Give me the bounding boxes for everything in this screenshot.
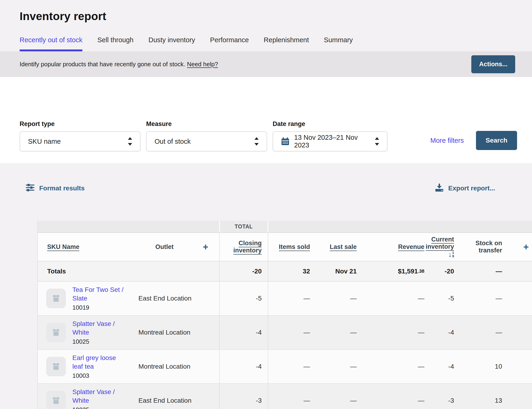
export-report-button[interactable]: Export report... [435,184,495,193]
product-cell: Earl grey loose leaf tea10003 [38,350,137,383]
table-group-header-row: TOTAL [38,221,532,233]
totals-closing-inventory: -20 [219,261,268,281]
totals-spacer [504,261,532,281]
report-tabs: Recently out of stock Sell through Dusty… [19,36,513,51]
product-thumbnail [46,357,66,376]
date-range-value: 13 Nov 2023–21 Nov 2023 [294,134,366,149]
product-link[interactable]: Splatter Vase / White [72,320,115,336]
table-row: Splatter Vase / White10025 East End Loca… [38,384,532,409]
report-type-select[interactable]: SKU name [19,131,141,151]
actions-button[interactable]: Actions... [471,55,515,73]
format-results-button[interactable]: Format results [26,184,85,193]
column-header-outlet: Outlet [137,233,192,261]
last-sale-cell: — [311,350,358,383]
column-header-sku-name[interactable]: SKU Name [38,233,137,261]
measure-select[interactable]: Out of stock [146,131,267,151]
totals-items-sold: 32 [268,261,311,281]
totals-label: Totals [38,261,219,281]
select-spinner-icon [255,137,259,146]
product-sku: 10025 [72,338,126,345]
tab-dusty-inventory[interactable]: Dusty inventory [148,36,195,51]
stock-on-transfer-cell: 13 [455,384,504,409]
format-results-label: Format results [39,185,85,192]
closing-inventory-cell: -4 [219,316,268,349]
product-thumbnail [46,323,66,342]
chevron-up-icon [128,137,132,140]
last-sale-cell: — [311,282,358,315]
column-header-current-inventory[interactable]: Current inventory↓19 [426,233,455,261]
current-inventory-cell: -4 [426,316,455,349]
tab-summary[interactable]: Summary [324,36,353,51]
column-header-last-sale[interactable]: Last sale [311,233,358,261]
banner-text: Identify popular products that have rece… [19,61,218,68]
chevron-down-icon [128,143,132,146]
items-sold-cell: — [268,316,311,349]
report-type-field: Report type SKU name [19,121,141,151]
product-sku: 10003 [72,372,126,379]
spacer-cell [192,316,219,349]
current-inventory-cell: -3 [426,384,455,409]
add-column-button-left[interactable]: + [192,233,219,261]
spacer-cell [504,282,532,315]
column-header-closing-inventory[interactable]: Closing inventory [219,233,268,261]
spacer-cell [504,350,532,383]
outlet-cell: Montreal Location [137,316,192,349]
search-button[interactable]: Search [476,131,517,150]
results-toolbar: Format results Export report... [26,181,495,195]
last-sale-cell: — [311,384,358,409]
product-thumbnail [46,391,66,409]
measure-value: Out of stock [154,138,191,145]
product-sku: 10025 [72,406,126,409]
select-spinner-icon [375,137,379,146]
plus-icon: + [203,242,208,251]
product-link[interactable]: Tea For Two Set / Slate [72,286,124,302]
product-link[interactable]: Earl grey loose leaf tea [72,354,116,370]
spacer-cell [192,384,219,409]
stock-on-transfer-cell: — [455,316,504,349]
column-header-items-sold[interactable]: Items sold [268,233,311,261]
totals-last-sale: Nov 21 [311,261,358,281]
download-icon [435,184,444,193]
product-thumbnail [46,288,66,308]
items-sold-cell: — [268,384,311,409]
tab-replenishment[interactable]: Replenishment [264,36,309,51]
outlet-cell: Montreal Location [137,350,192,383]
need-help-link[interactable]: Need help? [187,61,218,68]
measure-label: Measure [146,121,267,128]
closing-inventory-cell: -4 [219,350,268,383]
revenue-cell: — [358,350,426,383]
add-column-button-right[interactable]: + [504,233,532,261]
revenue-cell: — [358,282,426,315]
product-link[interactable]: Splatter Vase / White [72,388,115,404]
current-inventory-cell: -5 [426,282,455,315]
tab-sell-through[interactable]: Sell through [97,36,133,51]
totals-revenue: $1,591.38 [358,261,426,281]
tab-performance[interactable]: Performance [210,36,249,51]
outlet-cell: East End Location [137,384,192,409]
product-sku: 10019 [72,304,126,311]
totals-stock-on-transfer: — [455,261,504,281]
table-row: Earl grey loose leaf tea10003 Montreal L… [38,350,532,384]
column-header-stock-on-transfer: Stock on transfer [455,233,504,261]
items-sold-cell: — [268,350,311,383]
spacer-cell [504,316,532,349]
calendar-icon [281,137,289,146]
table-row: Splatter Vase / White10025 Montreal Loca… [38,316,532,350]
date-range-select[interactable]: 13 Nov 2023–21 Nov 2023 [273,131,388,151]
filter-actions: More filters Search [430,121,517,150]
group-spacer-left [38,221,219,232]
stock-on-transfer-cell: — [455,282,504,315]
tab-recently-out-of-stock[interactable]: Recently out of stock [19,36,82,51]
more-filters-link[interactable]: More filters [430,137,464,144]
chevron-up-icon [375,137,379,140]
table-row: Tea For Two Set / Slate10019 East End Lo… [38,282,532,316]
select-spinner-icon [128,137,132,146]
spacer-cell [504,384,532,409]
date-range-field: Date range 13 Nov 2023–21 Nov 2023 [273,121,388,151]
column-header-revenue[interactable]: Revenue [358,233,426,261]
product-cell: Tea For Two Set / Slate10019 [38,282,137,315]
closing-inventory-cell: -3 [219,384,268,409]
group-total-label: TOTAL [219,221,268,232]
date-range-label: Date range [273,121,388,128]
totals-current-inventory: -20 [426,261,455,281]
